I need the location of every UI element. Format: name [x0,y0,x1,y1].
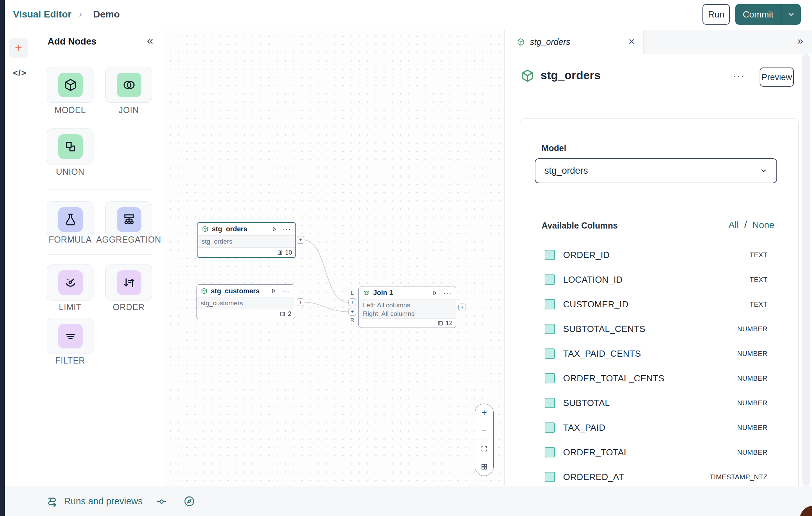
collapse-panel-icon[interactable]: « [147,34,153,47]
select-none-link[interactable]: None [752,220,774,231]
output-handle-join[interactable]: + [458,304,466,311]
filter-lines-icon [58,324,83,348]
commit-status-button[interactable] [156,496,167,507]
column-type: NUMBER [737,399,767,407]
panel-tab-bar: » stg_orders ✕ [505,30,812,54]
union-icon [58,134,83,159]
node-menu-icon[interactable]: ··· [283,225,291,233]
join-left-input-handle[interactable]: + [348,298,356,306]
model-cube-icon [202,225,209,233]
panel-title: stg_orders [541,69,601,82]
grid-icon [481,463,488,470]
column-name: TAX_PAID_CENTS [563,348,641,359]
tile-aggregation[interactable] [105,201,152,237]
join-icon [117,73,141,97]
add-nodes-title: Add Nodes [48,36,97,47]
run-node-icon[interactable] [271,226,277,232]
column-row[interactable]: SUBTOTAL NUMBER [520,391,798,415]
column-row[interactable]: LOCATION_ID TEXT [520,267,798,292]
column-checkbox[interactable] [545,472,555,482]
commit-button[interactable]: Commit [735,4,781,25]
tile-filter[interactable] [47,318,93,354]
column-checkbox[interactable] [545,324,555,334]
run-node-icon[interactable] [270,288,277,294]
tile-join[interactable] [105,67,152,103]
tile-aggregation-label: AGGREGATION [91,235,166,245]
column-row[interactable]: ORDERED_AT TIMESTAMP_NTZ [520,465,798,486]
tile-union-label: UNION [33,167,108,177]
model-select[interactable]: stg_orders [535,158,777,183]
node-stg-orders[interactable]: stg_orders ··· stg_orders 10 [197,222,296,258]
join-left-config: Left: All columns [363,301,456,309]
auto-layout-button[interactable] [475,458,493,476]
code-view-button[interactable]: </> [5,69,35,78]
column-row[interactable]: TAX_PAID NUMBER [520,415,798,440]
run-node-icon[interactable] [432,290,438,296]
formula-flask-icon [58,207,83,232]
column-row[interactable]: CUSTOMER_ID TEXT [520,292,798,317]
bottom-status-bar: Runs and previews [5,486,812,516]
node-subtitle: stg_customers [196,297,295,309]
fit-view-button[interactable] [475,440,493,458]
tab-stg-orders[interactable]: stg_orders ✕ [505,30,644,54]
column-count: 10 [285,249,292,256]
column-checkbox[interactable] [545,422,555,433]
column-checkbox[interactable] [545,299,555,309]
panel-scrollbar[interactable] [802,54,810,486]
canvas-zoom-controls: + − [475,404,494,476]
panel-menu-icon[interactable]: ··· [733,71,745,81]
column-list: ORDER_ID TEXT LOCATION_ID TEXT CUSTOMER_… [520,243,798,486]
column-row[interactable]: ORDER_TOTAL_CENTS NUMBER [520,366,798,391]
tile-order-label: ORDER [91,302,166,312]
column-checkbox[interactable] [545,250,555,260]
node-menu-icon[interactable]: ··· [443,289,452,297]
tile-formula[interactable] [47,201,93,237]
tile-union[interactable] [47,128,93,164]
add-node-rail-button[interactable]: + [9,38,28,58]
column-checkbox[interactable] [545,348,555,359]
column-checkbox[interactable] [545,274,555,285]
column-selectors: All / None [728,220,774,231]
node-stg-customers[interactable]: stg_customers ··· stg_customers 2 [196,284,295,319]
column-row[interactable]: TAX_PAID_CENTS NUMBER [520,341,798,366]
model-select-value: stg_orders [544,165,588,176]
column-type: NUMBER [737,350,767,358]
compass-button[interactable] [183,495,195,507]
expand-panel-icon[interactable]: » [797,35,803,47]
column-name: CUSTOMER_ID [563,299,629,310]
edge-connections [164,30,504,486]
column-checkbox[interactable] [545,398,555,408]
node-menu-icon[interactable]: ··· [282,287,291,295]
select-all-link[interactable]: All [728,220,739,231]
close-tab-icon[interactable]: ✕ [628,37,635,47]
join-right-input-handle[interactable]: + [348,308,356,316]
runs-and-previews-button[interactable]: Runs and previews [46,486,143,516]
column-name: ORDER_ID [563,250,610,260]
node-join-1[interactable]: Join 1 ··· Left: All columns Right: All … [358,286,456,328]
preview-button[interactable]: Preview [760,67,794,87]
run-button[interactable]: Run [702,4,730,25]
column-name: SUBTOTAL [563,398,610,408]
column-row[interactable]: SUBTOTAL_CENTS NUMBER [520,317,798,341]
commit-dropdown-button[interactable] [781,4,801,25]
left-icon-rail: + </> [5,30,35,486]
pipeline-canvas[interactable]: stg_orders ··· stg_orders 10 stg_custome… [164,30,504,486]
node-config-panel: » stg_orders ✕ stg_orders ··· Preview Mo… [504,30,812,486]
tile-order[interactable] [105,265,152,300]
zoom-in-button[interactable]: + [475,404,493,422]
column-checkbox[interactable] [545,447,555,457]
zoom-out-button[interactable]: − [475,422,493,440]
breadcrumb-current: Demo [93,9,120,20]
column-row[interactable]: ORDER_ID TEXT [520,243,798,267]
order-sort-icon [117,270,141,295]
output-handle-stg-customers[interactable]: + [297,298,304,306]
column-row[interactable]: ORDER_TOTAL NUMBER [520,440,798,465]
breadcrumb-visual-editor[interactable]: Visual Editor [13,9,72,20]
column-checkbox[interactable] [545,373,555,383]
tile-model[interactable] [47,67,93,103]
node-subtitle: stg_orders [198,235,295,248]
aggregation-icon [117,207,141,232]
breadcrumb-separator-icon: › [79,9,82,20]
output-handle-stg-orders[interactable]: + [297,236,304,244]
tile-limit[interactable] [47,265,93,300]
